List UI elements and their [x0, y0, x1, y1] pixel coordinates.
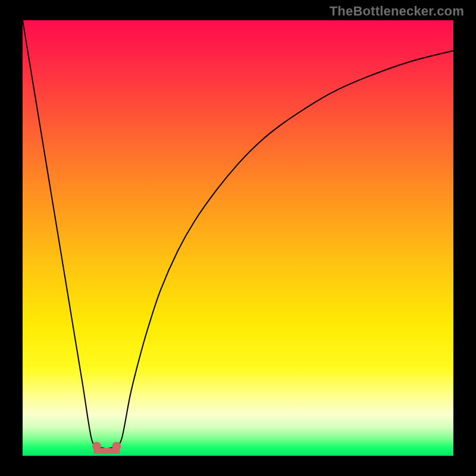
bottleneck-curve: [23, 20, 453, 456]
chart-frame: TheBottlenecker.com: [0, 0, 476, 476]
attribution-label: TheBottlenecker.com: [330, 4, 464, 19]
trough-marker-left: [92, 441, 101, 450]
trough-marker-right: [112, 441, 121, 450]
plot-area: [23, 20, 453, 456]
